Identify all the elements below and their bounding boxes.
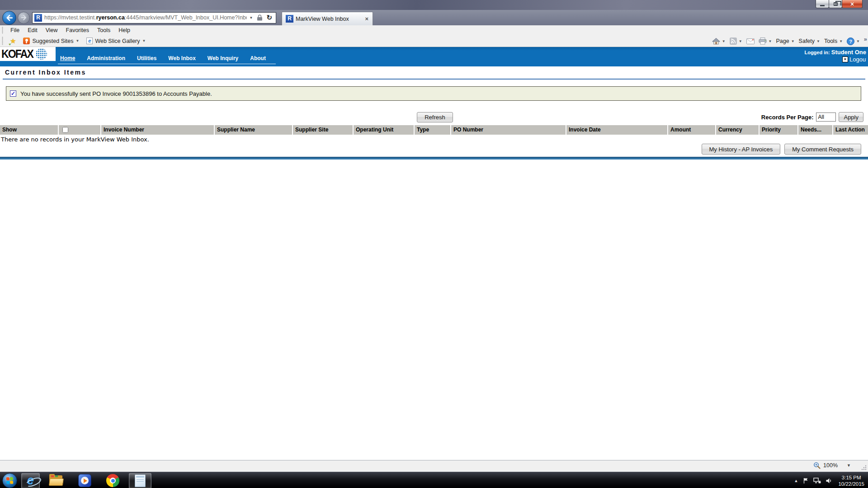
home-icon (712, 38, 720, 45)
nav-web-inquiry[interactable]: Web Inquiry (208, 55, 238, 61)
taskbar-ie-button[interactable]: e (21, 473, 40, 488)
chevron-down-icon: ▼ (769, 39, 772, 43)
print-button[interactable]: ▼ (759, 38, 772, 45)
success-banner: ✓ You have successfully sent PO Invoice … (6, 86, 861, 101)
kofax-logo: KOFAX (0, 47, 56, 61)
chevron-down-icon: ▼ (816, 39, 820, 43)
start-button[interactable] (2, 473, 17, 488)
success-check-icon: ✓ (10, 90, 16, 97)
restore-button[interactable] (829, 0, 842, 8)
logged-in-line: Logged in: Student One (804, 49, 866, 56)
success-message: You have successfully sent PO Invoice 90… (20, 90, 212, 97)
safety-menu-button[interactable]: Safety ▼ (799, 38, 820, 44)
back-button[interactable] (2, 11, 16, 25)
refresh-button[interactable]: Refresh (417, 112, 453, 122)
my-comment-requests-button[interactable]: My Comment Requests (784, 144, 861, 155)
url-text[interactable]: https://mvtest.testint.ryerson.ca:4445/m… (44, 14, 247, 21)
col-amount: Amount (667, 125, 715, 135)
add-favorite-button[interactable]: ★ (6, 37, 19, 45)
select-all-checkbox[interactable] (62, 127, 68, 133)
refresh-page-icon[interactable]: ↻ (264, 14, 274, 22)
taskbar-explorer-button[interactable] (44, 473, 69, 488)
close-button[interactable]: × (842, 0, 863, 8)
logout-link[interactable]: × Logout (804, 56, 866, 63)
nav-about[interactable]: About (250, 55, 266, 61)
address-dropdown-icon[interactable]: ▼ (247, 16, 256, 20)
url-domain: ryerson.ca (96, 14, 125, 21)
home-button[interactable]: ▼ (712, 38, 726, 45)
action-center-flag-icon[interactable] (802, 478, 809, 484)
zoom-dropdown-icon[interactable]: ▼ (847, 463, 851, 468)
url-prefix: https://mvtest.testint. (44, 14, 96, 21)
chevron-down-icon: ▼ (839, 39, 843, 43)
kofax-header: KOFAX Home Administration Utilities Web … (0, 47, 868, 66)
taskbar-notepad-button[interactable] (129, 473, 151, 488)
tab-close-icon[interactable]: × (364, 15, 369, 22)
taskbar-media-player-button[interactable] (73, 473, 97, 488)
web-slice-label: Web Slice Gallery (95, 38, 140, 44)
browser-navbar: R https://mvtest.testint.ryerson.ca:4445… (0, 10, 868, 25)
network-icon[interactable] (813, 478, 821, 484)
notepad-icon (135, 474, 146, 487)
apply-button[interactable]: Apply (839, 112, 863, 122)
nav-web-inbox[interactable]: Web Inbox (168, 55, 195, 61)
col-currency: Currency (715, 125, 759, 135)
col-last-action: Last Action (832, 125, 868, 135)
browser-tab[interactable]: R MarkView Web Inbox × (282, 12, 373, 25)
menu-file[interactable]: File (6, 26, 24, 34)
col-priority: Priority (759, 125, 797, 135)
menu-view[interactable]: View (42, 26, 62, 34)
col-show: Show (0, 125, 58, 135)
app-nav: Home Administration Utilities Web Inbox … (58, 55, 276, 64)
minimize-icon (820, 5, 825, 6)
logged-in-user: Student One (831, 49, 866, 56)
safety-menu-label: Safety (799, 38, 815, 44)
printer-icon (759, 38, 767, 45)
my-history-button[interactable]: My History - AP Invoices (702, 144, 781, 155)
minimize-button[interactable] (816, 0, 829, 8)
address-bar[interactable]: R https://mvtest.testint.ryerson.ca:4445… (32, 12, 276, 23)
zoom-control[interactable]: 100% ▼ (813, 462, 851, 469)
toolbar-overflow-icon[interactable]: » (864, 36, 867, 42)
tray-expand-icon[interactable]: ▲ (794, 479, 798, 483)
internet-explorer-icon: e (27, 474, 34, 487)
content-divider (0, 157, 868, 160)
menu-help[interactable]: Help (114, 26, 134, 34)
help-menu-button[interactable]: ? ▼ (847, 38, 860, 45)
svg-text:?: ? (849, 38, 852, 44)
read-mail-button[interactable] (746, 38, 755, 44)
nav-administration[interactable]: Administration (87, 55, 125, 61)
chrome-icon (106, 474, 119, 487)
volume-icon[interactable] (826, 478, 832, 484)
menu-favorites[interactable]: Favorites (62, 26, 93, 34)
nav-home[interactable]: Home (60, 55, 75, 61)
nav-utilities[interactable]: Utilities (137, 55, 156, 61)
folder-icon (49, 475, 63, 486)
col-supplier-name: Supplier Name (214, 125, 292, 135)
records-per-page-input[interactable] (816, 113, 836, 122)
col-select (58, 125, 100, 135)
security-lock-icon[interactable] (255, 14, 264, 21)
menu-edit[interactable]: Edit (24, 26, 42, 34)
suggested-sites-button[interactable]: Suggested Sites ▼ (19, 38, 83, 44)
table-header-row: Show Invoice Number Supplier Name Suppli… (0, 125, 868, 135)
actions-row: My History - AP Invoices My Comment Requ… (702, 144, 861, 155)
clock-time: 3:15 PM (838, 474, 864, 481)
web-slice-gallery-button[interactable]: e Web Slice Gallery ▼ (83, 38, 149, 44)
feeds-button[interactable]: ▼ (730, 38, 742, 45)
menu-tools[interactable]: Tools (93, 26, 114, 34)
page-menu-button[interactable]: Page ▼ (776, 38, 794, 44)
login-info: Logged in: Student One × Logout (804, 49, 866, 63)
kofax-globe-icon (36, 48, 47, 60)
forward-button[interactable] (18, 12, 30, 24)
close-icon: × (850, 1, 854, 7)
suggested-sites-label: Suggested Sites (32, 38, 73, 44)
col-po-number: PO Number (450, 125, 566, 135)
page-menu-label: Page (776, 38, 789, 44)
tools-menu-button[interactable]: Tools ▼ (824, 38, 843, 44)
taskbar-clock[interactable]: 3:15 PM 10/22/2015 (838, 474, 864, 487)
taskbar-chrome-button[interactable] (101, 473, 125, 488)
chevron-down-icon: ▼ (142, 39, 146, 43)
resize-grip[interactable] (861, 465, 867, 471)
records-per-page-label: Records Per Page: (761, 114, 814, 121)
